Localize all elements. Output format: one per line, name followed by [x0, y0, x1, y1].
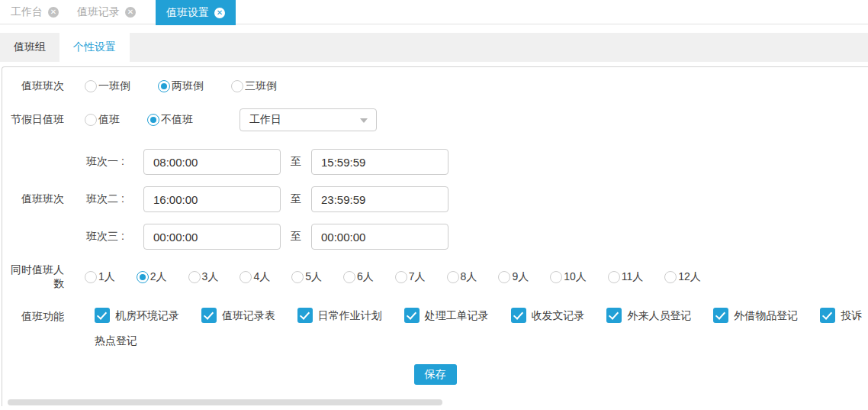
staff-radio-option[interactable]: 8人: [447, 270, 477, 284]
radio-label: 9人: [512, 270, 529, 284]
checkbox-checked-icon[interactable]: [404, 308, 420, 323]
staff-radio-option[interactable]: 1人: [85, 270, 115, 284]
shift-times-group: 值班班次 班次一 : 至 班次二 : 至 班次三 : 至: [2, 149, 868, 250]
radio-icon: [447, 271, 459, 283]
shift-one-start-input[interactable]: [143, 149, 281, 175]
to-label: 至: [291, 230, 301, 244]
holiday-duty-row: 节假日值班 值班 不值班 工作日: [2, 108, 868, 131]
checkbox-checked-icon[interactable]: [201, 308, 217, 323]
shift-two-label: 班次二 :: [85, 192, 143, 206]
checkbox-checked-icon[interactable]: [297, 308, 313, 323]
staff-radio-option[interactable]: 11人: [608, 270, 644, 284]
function-checkbox-option[interactable]: 外借物品登记: [713, 309, 798, 321]
checkbox-checked-icon[interactable]: [511, 308, 526, 323]
staff-radio-option[interactable]: 9人: [498, 270, 529, 284]
tab-duty-group[interactable]: 值班组: [0, 33, 59, 62]
tab-personal-settings[interactable]: 个性设置: [59, 33, 130, 62]
checkbox-label: 日常作业计划: [318, 309, 382, 321]
staff-count-label: 同时值班人数: [2, 263, 64, 291]
close-icon[interactable]: ✕: [214, 8, 225, 18]
radio-label: 11人: [622, 270, 644, 284]
radio-icon: [85, 271, 97, 283]
tab-workbench[interactable]: 工作台 ✕: [6, 0, 63, 24]
radio-icon: [137, 271, 149, 283]
day-type-select[interactable]: 工作日: [240, 108, 377, 131]
shift-radio-option[interactable]: 一班倒: [85, 79, 130, 93]
radio-icon: [85, 114, 97, 126]
checkbox-label: 值班记录表: [222, 309, 275, 321]
radio-icon: [291, 271, 304, 283]
shift-radio-option[interactable]: 三班倒: [231, 79, 277, 93]
checkbox-checked-icon[interactable]: [713, 308, 728, 323]
shift-one-label: 班次一 :: [85, 155, 143, 169]
holiday-radio-option[interactable]: 不值班: [147, 113, 193, 127]
staff-radio-option[interactable]: 4人: [240, 270, 270, 284]
checkbox-label: 外借物品登记: [734, 309, 798, 321]
function-checkbox-option[interactable]: 处理工单记录: [404, 309, 489, 321]
holiday-radio-option[interactable]: 值班: [85, 113, 120, 127]
close-icon[interactable]: ✕: [125, 7, 136, 18]
holiday-duty-options: 值班 不值班: [85, 113, 220, 127]
staff-radio-option[interactable]: 10人: [550, 270, 587, 284]
checkbox-label: 收发文记录: [532, 309, 585, 321]
function-checkbox-option[interactable]: 机房环境记录: [95, 309, 179, 321]
radio-icon: [550, 271, 562, 283]
staff-radio-option[interactable]: 5人: [291, 270, 322, 284]
shift-pattern-row: 值班班次 一班倒 两班倒 三班倒: [2, 77, 868, 95]
tab-duty-records[interactable]: 值班记录 ✕: [72, 0, 140, 24]
horizontal-scrollbar[interactable]: [8, 399, 442, 405]
shift-three-end-input[interactable]: [311, 224, 448, 250]
radio-icon: [158, 80, 170, 92]
shift-one-end-input[interactable]: [311, 149, 448, 175]
save-button[interactable]: 保存: [414, 364, 457, 385]
shift-pattern-label: 值班班次: [2, 79, 64, 93]
staff-radio-option[interactable]: 7人: [395, 270, 426, 284]
radio-label: 12人: [678, 270, 701, 284]
radio-label: 两班倒: [172, 79, 204, 93]
function-checkbox-option[interactable]: 收发文记录: [511, 309, 585, 321]
radio-icon: [608, 271, 620, 283]
shift-times-label: 值班班次: [2, 192, 64, 206]
close-icon[interactable]: ✕: [48, 7, 59, 18]
shift-two-row: 班次二 : 至: [85, 186, 448, 212]
day-type-select-value: 工作日: [249, 113, 281, 127]
radio-icon: [147, 114, 159, 126]
shift-three-start-input[interactable]: [143, 224, 281, 250]
shift-two-end-input[interactable]: [311, 186, 448, 212]
checkbox-checked-icon[interactable]: [95, 308, 110, 323]
staff-radio-option[interactable]: 12人: [664, 270, 701, 284]
radio-label: 2人: [150, 270, 167, 284]
staff-radio-option[interactable]: 2人: [137, 270, 167, 284]
staff-radio-option[interactable]: 6人: [343, 270, 374, 284]
shift-three-row: 班次三 : 至: [85, 224, 448, 250]
shift-one-row: 班次一 : 至: [85, 149, 448, 175]
tab-label: 个性设置: [73, 40, 116, 54]
radio-label: 7人: [409, 270, 426, 284]
tab-label: 值班组: [14, 40, 46, 54]
shift-time-rows: 班次一 : 至 班次二 : 至 班次三 : 至: [85, 149, 448, 250]
function-checkbox-option[interactable]: 外来人员登记: [606, 309, 691, 321]
checkbox-label: 外来人员登记: [627, 309, 691, 321]
duty-functions-row: 值班功能 机房环境记录 值班记录表 日常作业计划 处理工单记录 收发文记录 外来…: [2, 303, 868, 354]
checkbox-label: 处理工单记录: [425, 309, 489, 321]
staff-count-row: 同时值班人数 1人 2人 3人: [2, 268, 868, 286]
tab-label: 值班设置: [166, 6, 209, 20]
shift-radio-option[interactable]: 两班倒: [158, 79, 204, 93]
radio-label: 5人: [305, 270, 322, 284]
radio-label: 4人: [253, 270, 270, 284]
radio-icon: [343, 271, 355, 283]
staff-count-options: 1人 2人 3人 4人 5人: [85, 270, 722, 284]
checkbox-checked-icon[interactable]: [606, 308, 622, 323]
function-checkbox-option[interactable]: 日常作业计划: [297, 309, 382, 321]
radio-label: 值班: [98, 113, 120, 127]
function-checkbox-option[interactable]: 值班记录表: [201, 309, 275, 321]
duty-functions-label: 值班功能: [2, 303, 64, 324]
staff-radio-option[interactable]: 3人: [188, 270, 219, 284]
radio-icon: [395, 271, 407, 283]
shift-two-start-input[interactable]: [143, 186, 281, 212]
to-label: 至: [291, 155, 301, 169]
checkbox-checked-icon[interactable]: [820, 308, 835, 323]
tab-duty-settings[interactable]: 值班设置 ✕: [156, 0, 236, 25]
radio-icon: [664, 271, 677, 283]
radio-label: 不值班: [161, 113, 193, 127]
